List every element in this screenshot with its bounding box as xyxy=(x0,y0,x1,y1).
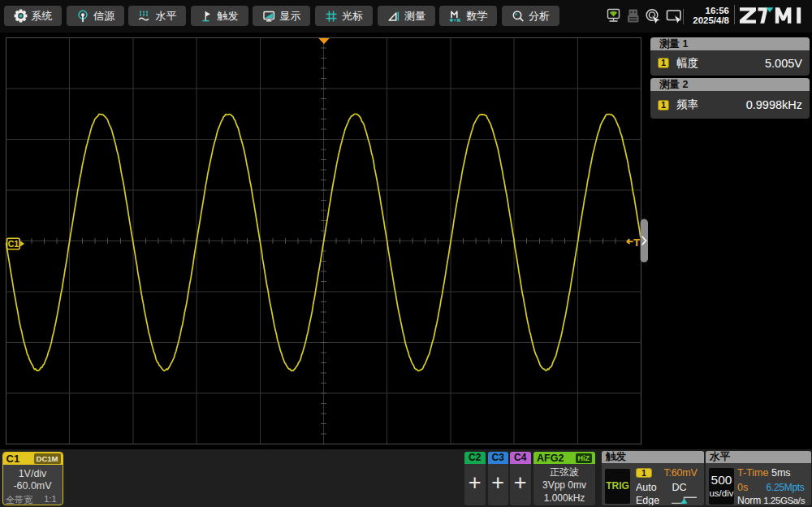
svg-text:C1: C1 xyxy=(8,239,19,249)
svg-text:T: T xyxy=(633,236,641,249)
